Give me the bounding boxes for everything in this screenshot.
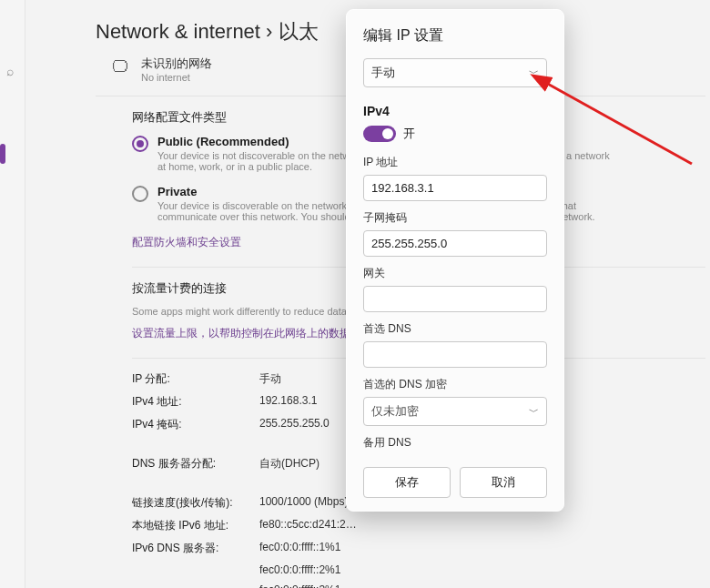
breadcrumb: Network & internet › 以太 — [96, 18, 319, 46]
dns-enc-label: 首选的 DNS 加密 — [363, 377, 547, 392]
gateway-input[interactable] — [363, 286, 547, 312]
info-key: IPv4 掩码: — [132, 417, 259, 432]
chevron-down-icon: ﹀ — [529, 405, 539, 419]
info-key — [132, 583, 259, 588]
info-val: fe80::c5cc:d241:2… — [259, 518, 705, 533]
info-val: fec0:0:0:ffff::1%1 — [259, 541, 705, 556]
dns2-label: 备用 DNS — [363, 435, 547, 451]
ip-mode-select[interactable]: 手动 ﹀ — [363, 58, 547, 87]
ipv4-toggle-text: 开 — [403, 126, 415, 142]
ip-address-label: IP 地址 — [363, 155, 547, 170]
search-icon[interactable]: ⌕ — [6, 64, 14, 78]
info-key: IPv4 地址: — [132, 394, 259, 410]
accent-strip — [0, 144, 5, 164]
network-title: 未识别的网络 — [141, 56, 212, 72]
info-key: IP 分配: — [132, 371, 259, 387]
ipv4-label: IPv4 — [363, 104, 547, 118]
monitor-icon: 🖵 — [112, 57, 128, 76]
dialog-title: 编辑 IP 设置 — [363, 26, 547, 46]
dialog-button-row: 保存 取消 — [363, 467, 547, 498]
info-key: IPv6 DNS 服务器: — [132, 541, 259, 556]
network-subtitle: No internet — [141, 72, 212, 83]
left-rail: ⌕ — [0, 0, 25, 588]
cancel-button[interactable]: 取消 — [460, 467, 547, 498]
info-key — [132, 563, 259, 576]
gateway-label: 网关 — [363, 266, 547, 281]
save-button[interactable]: 保存 — [363, 467, 451, 498]
info-val: fec0:0:0:ffff::2%1 — [259, 563, 705, 576]
info-val: fec0:0:0:ffff::3%1 — [259, 583, 705, 588]
chevron-down-icon: ﹀ — [529, 66, 539, 80]
dns-enc-value: 仅未加密 — [371, 403, 419, 420]
ip-address-input[interactable] — [363, 175, 547, 201]
ipv4-toggle-row: 开 — [363, 126, 547, 142]
ip-mode-selected: 手动 — [371, 65, 395, 81]
radio-public-circle — [132, 136, 148, 152]
radio-private-circle — [132, 186, 148, 202]
dns1-label: 首选 DNS — [363, 321, 547, 337]
dns-enc-select[interactable]: 仅未加密 ﹀ — [363, 397, 547, 426]
dns1-input[interactable] — [363, 341, 547, 368]
info-key: DNS 服务器分配: — [132, 456, 259, 471]
ipv4-toggle[interactable] — [363, 126, 396, 142]
info-key: 链接速度(接收/传输): — [132, 495, 259, 511]
subnet-mask-label: 子网掩码 — [363, 210, 547, 226]
subnet-mask-input[interactable] — [363, 230, 547, 257]
edit-ip-dialog: 编辑 IP 设置 手动 ﹀ IPv4 开 IP 地址 子网掩码 网关 首选 DN… — [346, 9, 564, 512]
info-key: 本地链接 IPv6 地址: — [132, 518, 259, 533]
